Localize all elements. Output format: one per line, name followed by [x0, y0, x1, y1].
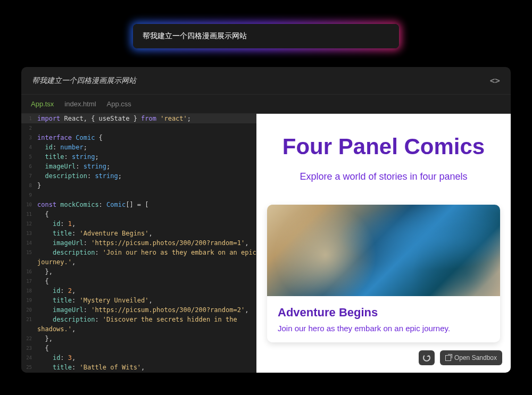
- panel-header: 帮我建立一个四格漫画展示网站 <>: [21, 67, 511, 95]
- comic-card[interactable]: Adventure Begins Join our hero as they e…: [267, 205, 500, 342]
- comic-description: Join our hero as they embark on an epic …: [278, 324, 489, 333]
- code-line[interactable]: 5 title: string;: [21, 152, 256, 162]
- reload-icon: [423, 354, 430, 362]
- code-line[interactable]: 1import React, { useState } from 'react'…: [21, 114, 256, 123]
- open-sandbox-label: Open Sandbox: [454, 354, 497, 362]
- code-line[interactable]: 7 description: string;: [21, 171, 256, 181]
- comic-card-body: Adventure Begins Join our hero as they e…: [267, 296, 500, 342]
- panel-title: 帮我建立一个四格漫画展示网站: [32, 76, 136, 86]
- code-line[interactable]: shadows.',: [21, 324, 256, 334]
- tab-app-tsx[interactable]: App.tsx: [31, 100, 54, 108]
- tab-app-css[interactable]: App.css: [107, 100, 131, 108]
- code-toggle-icon[interactable]: <>: [490, 75, 500, 86]
- code-line[interactable]: 6 imageUrl: string;: [21, 162, 256, 171]
- code-line[interactable]: 14 imageUrl: 'https://picsum.photos/300/…: [21, 238, 256, 248]
- code-line[interactable]: 18 id: 2,: [21, 286, 256, 296]
- code-line[interactable]: 16 },: [21, 267, 256, 276]
- reload-button[interactable]: [419, 350, 435, 365]
- code-line[interactable]: 10const mockComics: Comic[] = [: [21, 200, 256, 209]
- code-line[interactable]: 23 {: [21, 343, 256, 353]
- file-tabs: App.tsx index.html App.css: [21, 95, 511, 114]
- preview-header: Four Panel Comics Explore a world of sto…: [256, 114, 511, 193]
- prompt-input[interactable]: 帮我建立一个四格漫画展示网站: [133, 24, 399, 48]
- comic-title: Adventure Begins: [278, 306, 489, 320]
- code-line[interactable]: journey.',: [21, 257, 256, 267]
- comic-image: [267, 205, 500, 296]
- code-line[interactable]: 4 id: number;: [21, 142, 256, 152]
- code-line[interactable]: 15 description: 'Join our hero as they e…: [21, 248, 256, 257]
- code-line[interactable]: 2: [21, 123, 256, 133]
- preview-float-buttons: Open Sandbox: [419, 350, 502, 365]
- code-line[interactable]: 13 title: 'Adventure Begins',: [21, 229, 256, 238]
- code-line[interactable]: 20 imageUrl: 'https://picsum.photos/300/…: [21, 305, 256, 315]
- code-editor[interactable]: 1import React, { useState } from 'react'…: [21, 114, 256, 373]
- code-line[interactable]: 24 id: 3,: [21, 353, 256, 363]
- code-line[interactable]: 3interface Comic {: [21, 133, 256, 142]
- prompt-text: 帮我建立一个四格漫画展示网站: [143, 31, 389, 41]
- code-line[interactable]: 8}: [21, 181, 256, 190]
- code-line[interactable]: 9: [21, 190, 256, 200]
- preview-pane[interactable]: Four Panel Comics Explore a world of sto…: [256, 114, 511, 373]
- result-panel: 帮我建立一个四格漫画展示网站 <> App.tsx index.html App…: [21, 67, 511, 373]
- code-line[interactable]: 12 id: 1,: [21, 219, 256, 229]
- external-icon: [445, 355, 451, 361]
- tab-index-html[interactable]: index.html: [64, 100, 96, 108]
- code-line[interactable]: 22 },: [21, 334, 256, 343]
- split-view: 1import React, { useState } from 'react'…: [21, 114, 511, 373]
- open-sandbox-button[interactable]: Open Sandbox: [440, 350, 502, 365]
- code-line[interactable]: 21 description: 'Discover the secrets hi…: [21, 315, 256, 324]
- preview-title: Four Panel Comics: [267, 132, 500, 162]
- code-line[interactable]: 11 {: [21, 209, 256, 219]
- code-line[interactable]: 17 {: [21, 276, 256, 286]
- code-line[interactable]: 25 title: 'Battle of Wits',: [21, 363, 256, 372]
- preview-subtitle: Explore a world of stories in four panel…: [267, 171, 500, 182]
- code-line[interactable]: 19 title: 'Mystery Unveiled',: [21, 296, 256, 305]
